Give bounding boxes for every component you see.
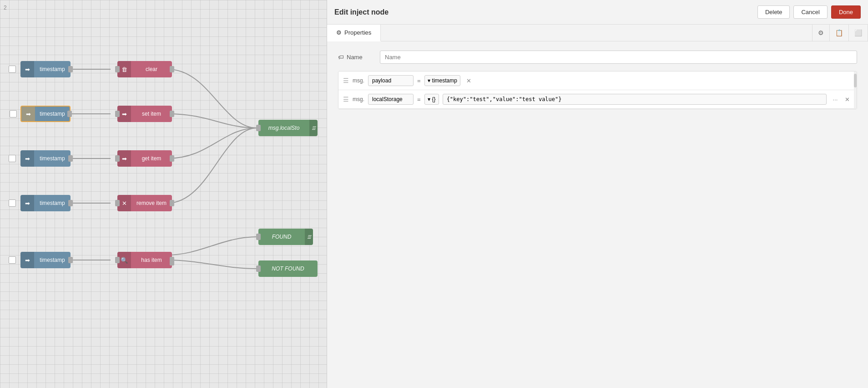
row-more-btn-2[interactable]: ··· <box>830 94 840 104</box>
node-green3[interactable]: NOT FOUND <box>258 260 318 277</box>
node-pink4[interactable]: ✕ remove item <box>117 195 172 211</box>
node-pink2[interactable]: ➡ set item <box>117 106 172 122</box>
name-prop-row: 🏷 Name <box>338 51 857 64</box>
msg-value-input-2[interactable] <box>443 94 827 105</box>
pink5-port-right-2[interactable] <box>170 259 174 265</box>
drag-handle-2[interactable]: ☰ <box>343 96 349 103</box>
inject2-icon: ➡ <box>21 107 35 121</box>
green1-port-left[interactable] <box>256 125 261 131</box>
panel-header: Edit inject node Delete Cancel Done <box>327 0 868 25</box>
msg-prefix-1: msg. <box>353 77 364 84</box>
pink1-port-left[interactable] <box>115 66 120 72</box>
panel-header-actions: Delete Cancel Done <box>757 5 861 19</box>
green3-port-left[interactable] <box>256 265 261 272</box>
pink4-port-left[interactable] <box>115 200 120 206</box>
equals-2: = <box>417 96 421 103</box>
type-selector-1[interactable]: ▾ timestamp <box>424 75 460 86</box>
node-inject3[interactable]: ➡ timestamp <box>20 150 71 167</box>
scrollbar-track[interactable] <box>854 71 857 109</box>
type-selector-2[interactable]: ▾ {} <box>424 94 439 105</box>
inject3-port-right[interactable] <box>68 155 73 162</box>
panel-area: Edit inject node Delete Cancel Done ⚙ Pr… <box>327 0 868 388</box>
cancel-button[interactable]: Cancel <box>793 5 827 19</box>
done-button[interactable]: Done <box>831 5 861 19</box>
green3-label: NOT FOUND <box>258 265 318 272</box>
pink2-label: set item <box>131 111 172 117</box>
inject1-icon: ➡ <box>20 61 34 77</box>
inject1-port-right[interactable] <box>68 66 73 72</box>
connections-svg <box>0 0 327 388</box>
equals-1: = <box>417 77 421 84</box>
type-selector-2-arrow: ▾ <box>428 96 430 102</box>
msg-prefix-2: msg. <box>353 96 364 102</box>
tab-properties[interactable]: ⚙ Properties <box>327 25 381 41</box>
node-pink3[interactable]: ➡ get item <box>117 150 172 167</box>
node-inject5[interactable]: ➡ timestamp <box>20 252 71 268</box>
scrollbar-thumb[interactable] <box>854 74 857 87</box>
checkbox-inject2[interactable] <box>10 110 17 117</box>
tab-icon-description[interactable]: 📋 <box>830 25 849 41</box>
tab-icons: ⚙ 📋 ⬜ <box>812 25 868 41</box>
pink2-port-left[interactable] <box>115 111 120 117</box>
inject5-label: timestamp <box>34 257 71 263</box>
tab-properties-icon: ⚙ <box>336 29 342 36</box>
pink1-port-right[interactable] <box>170 66 174 72</box>
inject2-port-right[interactable] <box>67 111 72 117</box>
inject4-icon: ➡ <box>20 195 34 211</box>
green1-label: msg.localSto <box>258 125 309 131</box>
inject4-port-right[interactable] <box>68 200 73 206</box>
tab-properties-label: Properties <box>344 29 371 36</box>
checkbox-inject5[interactable] <box>9 256 16 264</box>
inject4-label: timestamp <box>34 200 71 206</box>
delete-button[interactable]: Delete <box>757 5 790 19</box>
node-pink1[interactable]: 🗑 clear <box>117 61 172 77</box>
tabs-bar: ⚙ Properties ⚙ 📋 ⬜ <box>327 25 868 41</box>
msg-key-input-2[interactable] <box>368 94 414 105</box>
node-green1[interactable]: msg.localSto ☰ <box>258 120 318 136</box>
properties-content: 🏷 Name ☰ msg. = ▾ timestamp ✕ <box>327 41 868 388</box>
pink5-port-left[interactable] <box>115 257 120 263</box>
pink3-label: get item <box>131 155 172 162</box>
type-selector-2-label: {} <box>432 96 436 102</box>
inject1-label: timestamp <box>34 66 71 72</box>
msg-rows-container: ☰ msg. = ▾ timestamp ✕ ☰ msg. = ▾ <box>338 71 857 109</box>
canvas-area[interactable]: 2 ➡ timestamp 🗑 clear <box>0 0 327 388</box>
green2-label: FOUND <box>258 234 305 240</box>
type-selector-1-label: timestamp <box>432 77 457 84</box>
pink4-port-right[interactable] <box>170 200 174 206</box>
row-delete-btn-1[interactable]: ✕ <box>464 76 474 86</box>
tab-icon-settings[interactable]: ⚙ <box>812 25 830 41</box>
pink5-label: has item <box>131 257 172 263</box>
tab-icon-appearance[interactable]: ⬜ <box>849 25 868 41</box>
msg-row-1: ☰ msg. = ▾ timestamp ✕ <box>338 71 857 90</box>
green1-icon: ☰ <box>309 120 318 136</box>
pink4-label: remove item <box>131 200 172 206</box>
panel-title: Edit inject node <box>334 8 389 16</box>
name-input[interactable] <box>380 51 857 64</box>
type-selector-1-arrow: ▾ <box>428 77 430 84</box>
pink2-port-right[interactable] <box>170 111 174 117</box>
inject2-label: timestamp <box>35 111 70 117</box>
row-delete-btn-2[interactable]: ✕ <box>842 94 852 104</box>
node-green2[interactable]: FOUND ☰ <box>258 229 313 245</box>
node-pink5[interactable]: 🔍 has item <box>117 252 172 268</box>
drag-handle-1[interactable]: ☰ <box>343 77 349 84</box>
inject5-icon: ➡ <box>20 252 34 268</box>
pink1-label: clear <box>131 66 172 72</box>
node-inject4[interactable]: ➡ timestamp <box>20 195 71 211</box>
checkbox-inject4[interactable] <box>9 199 16 207</box>
node-inject2[interactable]: ➡ timestamp <box>20 106 71 122</box>
row-actions-1: ✕ <box>464 76 474 86</box>
green2-port-left[interactable] <box>256 234 261 240</box>
inject5-port-right[interactable] <box>68 257 73 263</box>
pink3-port-right[interactable] <box>170 155 174 162</box>
msg-row-2: ☰ msg. = ▾ {} ··· ✕ <box>338 90 857 109</box>
node-inject1[interactable]: ➡ timestamp <box>20 61 71 77</box>
pink3-port-left[interactable] <box>115 155 120 162</box>
inject3-icon: ➡ <box>20 150 34 167</box>
inject3-label: timestamp <box>34 155 71 162</box>
checkbox-inject3[interactable] <box>9 155 16 162</box>
msg-key-input-1[interactable] <box>368 75 414 86</box>
green2-icon: ☰ <box>305 229 313 245</box>
checkbox-inject1[interactable] <box>9 66 16 73</box>
